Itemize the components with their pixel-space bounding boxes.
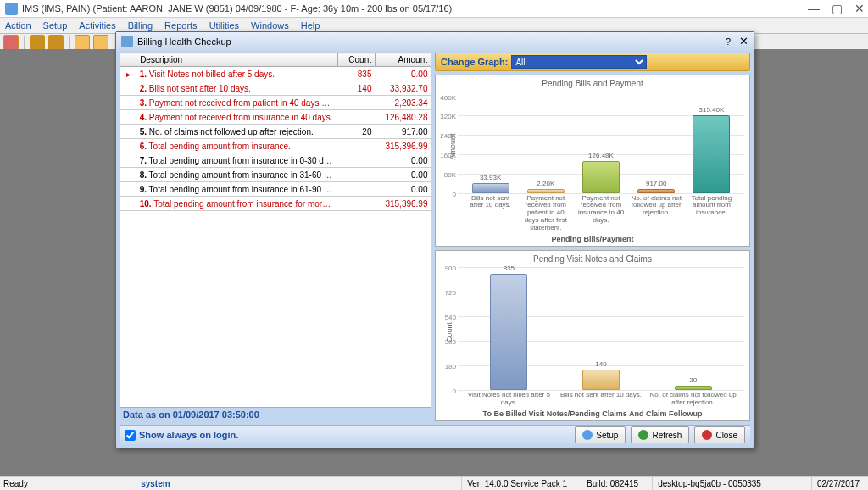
gear-icon xyxy=(582,430,593,440)
app-titlebar: IMS (IMS, PAIN) (Patient: AARON, JANE W … xyxy=(0,0,868,18)
toolbar-icon[interactable] xyxy=(75,35,90,50)
change-graph-bar: Change Graph: All xyxy=(435,53,750,71)
toolbar-icon[interactable] xyxy=(3,35,19,50)
toolbar-icon[interactable] xyxy=(93,35,108,50)
billing-health-dialog: Billing Health Checkup ? ✕ Description C… xyxy=(115,31,754,448)
chart-pending-bills: Pending Bills and Payment Amount080K160K… xyxy=(435,75,750,247)
dialog-close-icon[interactable]: ✕ xyxy=(739,32,748,51)
status-date: 02/27/2017 xyxy=(811,477,865,490)
table-row[interactable]: 9. Total pending amount from insurance i… xyxy=(120,182,431,197)
table-row[interactable]: ▸1. Visit Notes not billed after 5 days.… xyxy=(120,67,431,81)
table-row[interactable]: 4. Payment not received from insurance i… xyxy=(120,110,431,125)
table-row[interactable]: 6. Total pending amount from insurance.3… xyxy=(120,139,431,153)
status-user: system xyxy=(141,477,170,490)
table-row[interactable]: 8. Total pending amount from insurance i… xyxy=(120,168,431,182)
chart-pending-visits: Pending Visit Notes and Claims Count0180… xyxy=(435,250,750,422)
table-row[interactable]: 5. No. of claims not followed up after r… xyxy=(120,125,431,139)
dialog-title: Billing Health Checkup xyxy=(137,36,726,47)
col-arrow[interactable] xyxy=(120,53,136,67)
change-graph-label: Change Graph: xyxy=(441,57,508,67)
status-desktop: desktop-bq5ja0b - 0050335 xyxy=(652,477,766,490)
close-icon[interactable]: ✕ xyxy=(854,0,865,17)
chart-title: Pending Visit Notes and Claims xyxy=(437,254,748,264)
refresh-icon xyxy=(638,430,648,440)
chart-title: Pending Bills and Payment xyxy=(437,79,748,88)
table-row[interactable]: 3. Payment not received from patient in … xyxy=(120,96,431,110)
toolbar-icon[interactable] xyxy=(48,35,64,50)
table-filler xyxy=(120,211,431,408)
maximize-icon[interactable]: ▢ xyxy=(832,0,843,17)
show-always-checkbox[interactable]: Show always on login. xyxy=(125,430,570,441)
change-graph-select[interactable]: All xyxy=(511,55,647,69)
data-as-of: Data as on 01/09/2017 03:50:00 xyxy=(120,408,431,421)
help-icon[interactable]: ? xyxy=(726,36,731,47)
status-bar: Ready system Ver: 14.0.0 Service Pack 1 … xyxy=(0,476,868,490)
col-description[interactable]: Description xyxy=(136,53,338,67)
menu-action[interactable]: Action xyxy=(5,18,31,33)
col-amount[interactable]: Amount xyxy=(375,53,431,67)
close-icon xyxy=(702,430,712,440)
status-version: Ver: 14.0.0 Service Pack 1 xyxy=(461,477,572,490)
close-button[interactable]: Close xyxy=(694,426,745,443)
app-title: IMS (IMS, PAIN) (Patient: AARON, JANE W … xyxy=(22,0,452,17)
status-build: Build: 082415 xyxy=(581,477,643,490)
table-row[interactable]: 2. Bills not sent after 10 days.14033,93… xyxy=(120,81,431,96)
col-count[interactable]: Count xyxy=(338,53,376,67)
app-icon xyxy=(5,3,18,15)
refresh-button[interactable]: Refresh xyxy=(631,426,689,443)
menu-activities[interactable]: Activities xyxy=(79,18,115,33)
setup-button[interactable]: Setup xyxy=(575,426,626,443)
show-always-input[interactable] xyxy=(125,430,136,441)
dialog-icon xyxy=(121,36,133,47)
status-ready: Ready xyxy=(3,477,28,490)
minimize-icon[interactable]: — xyxy=(808,0,820,17)
menu-setup[interactable]: Setup xyxy=(43,18,68,33)
billing-table: Description Count Amount ▸1. Visit Notes… xyxy=(120,53,431,211)
table-row[interactable]: 10. Total pending amount from insurance … xyxy=(120,197,431,211)
table-row[interactable]: 7. Total pending amount from insurance i… xyxy=(120,153,431,168)
toolbar-icon[interactable] xyxy=(30,35,45,50)
